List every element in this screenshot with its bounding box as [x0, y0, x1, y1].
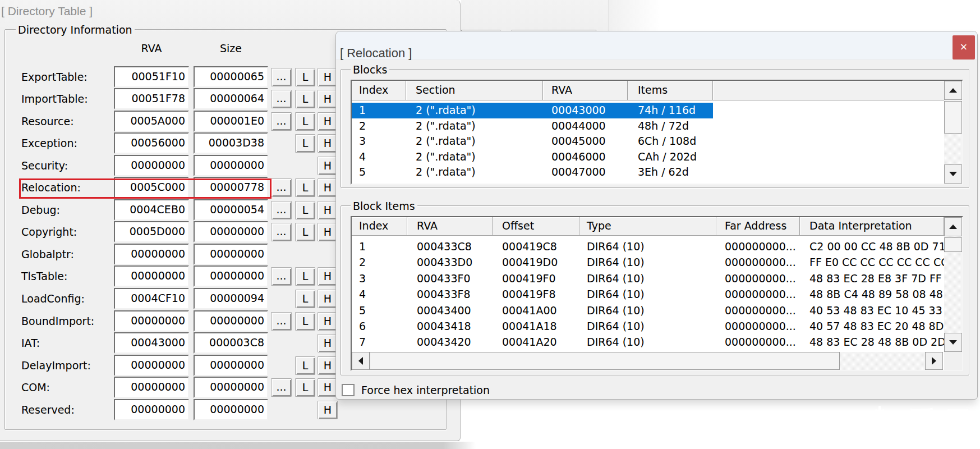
h-button[interactable]: H [318, 401, 338, 419]
more-button[interactable]: ... [271, 267, 292, 286]
table-row[interactable]: 32 (".rdata")000450006Ch / 108d [352, 134, 962, 149]
rva-field[interactable]: 00000000 [114, 377, 189, 398]
blocks-vscrollbar[interactable] [944, 81, 962, 184]
h-button[interactable]: H [318, 312, 338, 331]
column-header-index[interactable]: Index [352, 217, 407, 236]
table-row[interactable]: 3000433F0000419F0DIR64 (10)000000000...4… [352, 271, 962, 286]
size-field[interactable]: 00000000 [194, 265, 268, 287]
column-header-section[interactable]: Section [406, 81, 543, 100]
block-items-table[interactable]: IndexRVAOffsetTypeFar AddressData Interp… [351, 216, 963, 371]
l-button[interactable]: L [295, 312, 315, 331]
items-scroll-up-icon[interactable] [944, 217, 962, 236]
blocks-scroll-up-icon[interactable] [944, 81, 962, 100]
column-header-rva[interactable]: RVA [543, 81, 628, 100]
size-field[interactable]: 000003C8 [194, 332, 268, 354]
l-button[interactable]: L [295, 201, 315, 219]
more-button[interactable]: ... [271, 378, 292, 397]
rva-field[interactable]: 00051F10 [114, 66, 189, 88]
l-button[interactable]: L [295, 356, 315, 375]
column-header-far-address[interactable]: Far Address [716, 217, 800, 236]
h-button[interactable]: H [318, 267, 338, 286]
column-header-offset[interactable]: Offset [493, 217, 579, 236]
table-row[interactable]: 1000433C8000419C8DIR64 (10)000000000...C… [352, 239, 962, 254]
table-row[interactable]: 52 (".rdata")000470003Eh / 62d [352, 164, 962, 180]
rva-field[interactable]: 00000000 [114, 310, 189, 332]
rva-field[interactable]: 0004CEB0 [114, 199, 189, 221]
table-row[interactable]: 4000433F8000419F8DIR64 (10)000000000...4… [352, 286, 962, 302]
table-row[interactable]: 12 (".rdata")0004300074h / 116d [352, 103, 962, 118]
items-hscroll-thumb[interactable] [370, 352, 840, 370]
size-field[interactable]: 00000000 [194, 377, 268, 398]
h-button[interactable]: H [318, 134, 338, 153]
blocks-table[interactable]: IndexSectionRVAItems 12 (".rdata")000430… [351, 80, 963, 185]
size-field[interactable]: 00000000 [194, 155, 268, 176]
size-field[interactable]: 00000000 [194, 399, 268, 420]
rva-field[interactable]: 00056000 [114, 132, 189, 154]
size-field[interactable]: 00000054 [194, 199, 268, 221]
h-button[interactable]: H [318, 90, 338, 108]
l-button[interactable]: L [295, 112, 315, 131]
more-button[interactable]: ... [271, 312, 292, 331]
table-row[interactable]: 2000433D0000419D0DIR64 (10)000000000...F… [352, 254, 962, 270]
h-button[interactable]: H [318, 178, 338, 197]
size-field[interactable]: 00000000 [194, 244, 268, 265]
h-button[interactable]: H [318, 201, 338, 219]
size-field[interactable]: 00000065 [194, 66, 268, 88]
l-button[interactable]: L [295, 223, 315, 241]
column-header-items[interactable]: Items [628, 81, 713, 100]
h-button[interactable]: H [318, 378, 338, 397]
rva-field[interactable]: 0004CF10 [114, 288, 189, 309]
h-button[interactable]: H [318, 223, 338, 241]
more-button[interactable]: ... [271, 223, 292, 241]
size-field[interactable]: 00000000 [194, 221, 268, 242]
l-button[interactable]: L [295, 134, 315, 153]
size-field[interactable]: 00000064 [194, 88, 268, 109]
more-button[interactable]: ... [271, 112, 292, 131]
size-field[interactable]: 00000094 [194, 288, 268, 309]
table-row[interactable]: 22 (".rdata")0004400048h / 72d [352, 118, 962, 134]
rva-field[interactable]: 00000000 [114, 355, 189, 376]
l-button[interactable]: L [295, 378, 315, 397]
l-button[interactable]: L [295, 267, 315, 286]
h-button[interactable]: H [318, 68, 338, 86]
rva-field[interactable]: 0005D000 [114, 221, 189, 242]
table-row[interactable]: 42 (".rdata")00046000CAh / 202d [352, 149, 962, 165]
rva-field[interactable]: 00000000 [114, 399, 189, 420]
rva-field[interactable]: 00000000 [114, 155, 189, 176]
rva-field[interactable]: 00000000 [114, 265, 189, 287]
h-button[interactable]: H [318, 112, 338, 131]
rva-field[interactable]: 00051F78 [114, 88, 189, 109]
table-row[interactable]: 70004342000041A20DIR64 (10)000000000...4… [352, 334, 962, 350]
more-button[interactable]: ... [271, 201, 292, 219]
blocks-scroll-thumb[interactable] [944, 101, 962, 134]
items-hscrollbar[interactable] [352, 352, 943, 370]
l-button[interactable]: L [295, 290, 315, 308]
column-header-data-interpretation[interactable]: Data Interpretation [800, 217, 944, 236]
h-button[interactable]: H [318, 290, 338, 308]
column-header-index[interactable]: Index [352, 81, 406, 100]
more-button[interactable]: ... [271, 68, 292, 86]
column-header-type[interactable]: Type [579, 217, 716, 236]
items-scroll-right-icon[interactable] [925, 352, 943, 370]
rva-field[interactable]: 00043000 [114, 332, 189, 354]
column-header-rva[interactable]: RVA [407, 217, 493, 236]
blocks-scroll-down-icon[interactable] [944, 164, 962, 184]
close-button[interactable]: × [953, 35, 975, 59]
rva-field[interactable]: 00000000 [114, 244, 189, 265]
table-row[interactable]: 50004340000041A00DIR64 (10)000000000...4… [352, 303, 962, 318]
items-scroll-left-icon[interactable] [352, 352, 370, 370]
items-vscrollbar[interactable] [944, 217, 962, 352]
rva-field[interactable]: 0005A000 [114, 111, 189, 132]
items-scroll-thumb[interactable] [944, 237, 962, 252]
h-button[interactable]: H [318, 334, 338, 352]
items-scroll-down-icon[interactable] [944, 333, 962, 352]
h-button[interactable]: H [318, 356, 338, 375]
size-field[interactable]: 00000000 [194, 310, 268, 332]
l-button[interactable]: L [295, 68, 315, 86]
h-button[interactable]: H [318, 157, 338, 175]
table-row[interactable]: 60004341800041A18DIR64 (10)000000000...4… [352, 318, 962, 334]
l-button[interactable]: L [295, 90, 315, 108]
more-button[interactable]: ... [271, 90, 292, 108]
force-hex-checkbox[interactable] [342, 384, 355, 396]
size-field[interactable]: 00000000 [194, 355, 268, 376]
